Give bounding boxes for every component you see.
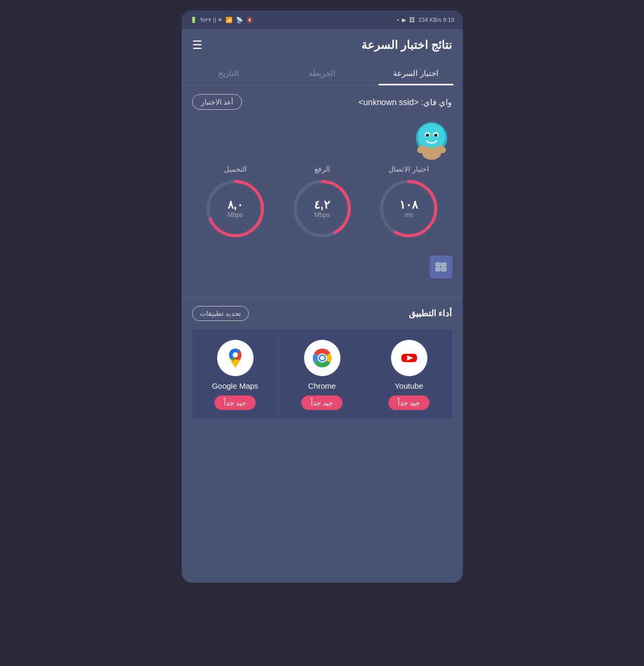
upload-value: ٤,٢ [314, 199, 330, 211]
svg-point-23 [320, 356, 324, 360]
download-unit: Mbps [228, 211, 243, 219]
retest-button[interactable]: أعد الاختبار [192, 94, 243, 110]
metric-connection: اختبار الاتصال ۱۰۸ ms [377, 165, 440, 240]
google-maps-name: Google Maps [212, 381, 258, 390]
battery-icon: 🔋 [190, 17, 197, 23]
chrome-rating: جيد جداً [301, 395, 343, 410]
status-left: 🔋 %۲۷ || ✈ 📶 📡 🔇 [190, 17, 254, 23]
tab-history[interactable]: التاريخ [182, 61, 275, 85]
chrome-name: Chrome [308, 381, 336, 390]
connection-unit: ms [405, 211, 413, 219]
download-gauge: ٨,٠ Mbps [204, 177, 267, 240]
app-perf-header: أداء التطبيق تحديد تطبيقات [192, 306, 452, 321]
download-label: التحميل [224, 165, 247, 173]
svg-rect-15 [436, 263, 440, 266]
tab-bar: اختبار السرعة الخريطة التاريخ [182, 61, 463, 86]
youtube-rating: جيد جداً [388, 395, 430, 410]
upload-gauge: ٤,٢ Mbps [291, 177, 353, 240]
connection-gauge: ۱۰۸ ms [377, 177, 440, 240]
mascot-avatar [411, 118, 452, 160]
data-speed: 234 KB/s 9:19 [418, 17, 454, 23]
phone-container: 🔋 %۲۷ || ✈ 📶 📡 🔇 • ▶ 🖼 234 KB/s 9:19 نتا… [182, 10, 463, 583]
connection-value: ۱۰۸ [399, 199, 418, 211]
wifi-label: واي فاي: <unknown ssid> [359, 97, 452, 107]
svg-point-4 [426, 134, 429, 137]
svg-rect-18 [441, 267, 446, 271]
menu-icon[interactable]: ☰ [192, 39, 203, 52]
page-title: نتائج اختبار السرعة [361, 39, 452, 52]
google-maps-rating: جيد جداً [214, 395, 256, 410]
app-card-google-maps[interactable]: Google Maps جيد جداً [192, 329, 279, 418]
app-card-youtube[interactable]: Youtube جيد جداً [366, 329, 452, 418]
mute-icon: 🔇 [246, 17, 254, 23]
svg-rect-17 [436, 267, 440, 271]
status-right: • ▶ 🖼 234 KB/s 9:19 [397, 17, 454, 23]
gallery-icon: 🖼 [409, 17, 415, 23]
header: نتائج اختبار السرعة ☰ [182, 29, 463, 61]
main-content: واي فاي: <unknown ssid> أعد الاختبار [182, 86, 463, 297]
connection-label: اختبار الاتصال [388, 165, 429, 173]
table-icon-button[interactable] [430, 255, 452, 278]
signal-icon: 📶 [225, 17, 233, 23]
upload-unit: Mbps [314, 211, 330, 219]
google-maps-icon-circle [217, 340, 254, 376]
select-apps-button[interactable]: تحديد تطبيقات [192, 306, 249, 321]
metrics-row: اختبار الاتصال ۱۰۸ ms الرفع [192, 165, 452, 240]
video-icon: ▶ [402, 17, 406, 23]
svg-point-19 [233, 352, 238, 357]
svg-point-5 [434, 134, 437, 137]
wifi-row: واي فاي: <unknown ssid> أعد الاختبار [192, 94, 452, 110]
download-value: ٨,٠ [228, 199, 243, 211]
svg-rect-16 [441, 263, 446, 266]
status-bar: 🔋 %۲۷ || ✈ 📶 📡 🔇 • ▶ 🖼 234 KB/s 9:19 [182, 10, 463, 29]
app-perf-title: أداء التطبيق [409, 308, 452, 319]
chrome-icon-circle [304, 340, 340, 376]
app-cards: Google Maps جيد جداً [192, 329, 452, 418]
battery-percent: %۲۷ || ✈ [200, 17, 223, 23]
wifi-icon: 📡 [236, 17, 243, 23]
dot-icon: • [397, 17, 399, 23]
upload-label: الرفع [314, 165, 330, 173]
tab-speed[interactable]: اختبار السرعة [369, 61, 463, 85]
app-card-chrome[interactable]: Chrome جيد جداً [279, 329, 366, 418]
youtube-name: Youtube [395, 381, 423, 390]
table-icon-area [192, 250, 452, 289]
metric-download: التحميل ٨,٠ Mbps [204, 165, 267, 240]
metric-upload: الرفع ٤,٢ Mbps [291, 165, 353, 240]
app-performance-section: أداء التطبيق تحديد تطبيقات Google Maps [182, 298, 463, 418]
mascot-area [192, 118, 452, 160]
youtube-icon-circle [391, 340, 427, 376]
tab-map[interactable]: الخريطة [275, 61, 369, 85]
